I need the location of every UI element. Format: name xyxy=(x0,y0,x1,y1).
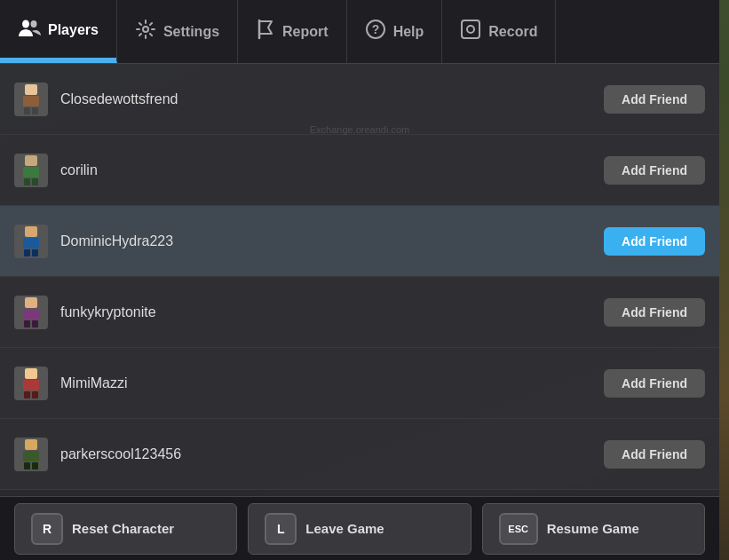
tab-help[interactable]: ? Help xyxy=(347,0,443,63)
tab-record-label: Record xyxy=(488,24,537,40)
reset-character-label: Reset Character xyxy=(72,521,174,536)
help-icon: ? xyxy=(365,19,386,45)
add-friend-button[interactable]: Add Friend xyxy=(604,369,705,398)
player-row[interactable]: MimiMazzi Add Friend xyxy=(0,348,719,419)
player-name: parkerscool123456 xyxy=(60,446,591,462)
svg-text:?: ? xyxy=(371,22,379,36)
avatar xyxy=(14,367,48,400)
avatar xyxy=(14,83,48,116)
tab-players-label: Players xyxy=(48,22,99,38)
record-icon xyxy=(460,19,481,45)
tab-record[interactable]: Record xyxy=(442,0,556,63)
reset-character-button[interactable]: R Reset Character xyxy=(14,503,237,555)
resume-game-label: Resume Game xyxy=(547,521,639,536)
tab-settings[interactable]: Settings xyxy=(117,0,238,63)
avatar xyxy=(14,296,48,329)
tab-players[interactable]: Players xyxy=(0,0,117,63)
add-friend-button[interactable]: Add Friend xyxy=(604,227,705,256)
avatar xyxy=(14,154,48,187)
player-row[interactable]: corilin Add Friend xyxy=(0,135,719,206)
svg-point-7 xyxy=(467,26,474,33)
resume-game-button[interactable]: ESC Resume Game xyxy=(482,503,705,555)
navbar: Players Settings Report xyxy=(0,0,719,64)
player-row[interactable]: funkykryptonite Add Friend xyxy=(0,277,719,348)
main-panel: Players Settings Report xyxy=(0,0,719,560)
svg-point-0 xyxy=(22,20,29,28)
reset-key-badge: R xyxy=(31,513,63,545)
tab-help-label: Help xyxy=(393,24,424,40)
settings-icon xyxy=(135,19,156,45)
player-name: DominicHydra223 xyxy=(60,233,591,249)
tab-report[interactable]: Report xyxy=(238,0,347,63)
player-row[interactable]: Closedewottsfrend Add Friend xyxy=(0,64,719,135)
resume-key-badge: ESC xyxy=(499,513,538,545)
player-name: corilin xyxy=(60,162,591,178)
action-bar: R Reset Character L Leave Game ESC Resum… xyxy=(0,496,719,560)
player-name: MimiMazzi xyxy=(60,375,591,391)
player-list: Closedewottsfrend Add Friend corilin Add… xyxy=(0,64,719,496)
add-friend-button[interactable]: Add Friend xyxy=(604,298,705,327)
player-row[interactable]: DominicHydra223 Add Friend xyxy=(0,206,719,277)
player-name: Closedewottsfrend xyxy=(60,91,591,107)
svg-point-1 xyxy=(31,20,37,28)
player-name: funkykryptonite xyxy=(60,304,591,320)
add-friend-button[interactable]: Add Friend xyxy=(604,440,705,469)
leave-game-label: Leave Game xyxy=(305,521,384,536)
tab-report-label: Report xyxy=(282,24,329,40)
svg-rect-6 xyxy=(462,20,479,38)
add-friend-button[interactable]: Add Friend xyxy=(604,85,705,114)
svg-point-2 xyxy=(143,27,148,32)
report-icon xyxy=(256,19,275,45)
avatar xyxy=(14,225,48,258)
players-icon xyxy=(18,16,41,44)
tab-settings-label: Settings xyxy=(163,24,219,40)
leave-game-button[interactable]: L Leave Game xyxy=(248,503,471,555)
avatar xyxy=(14,438,48,471)
leave-key-badge: L xyxy=(265,513,297,545)
add-friend-button[interactable]: Add Friend xyxy=(604,156,705,185)
player-row[interactable]: parkerscool123456 Add Friend xyxy=(0,419,719,490)
